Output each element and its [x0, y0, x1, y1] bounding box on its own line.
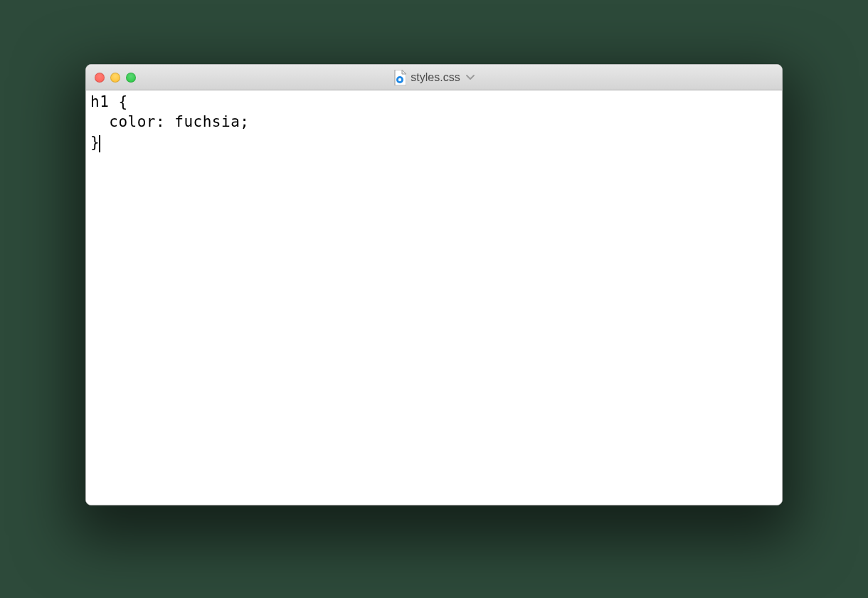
editor-window: styles.css h1 { color: fuchsia;} [85, 64, 783, 505]
code-line: h1 { [90, 92, 778, 112]
text-cursor [99, 135, 100, 152]
chevron-down-icon[interactable] [466, 73, 475, 83]
code-editor[interactable]: h1 { color: fuchsia;} [86, 90, 782, 505]
title-area: styles.css [86, 70, 782, 85]
svg-point-1 [398, 78, 401, 80]
zoom-button[interactable] [126, 73, 136, 83]
window-title[interactable]: styles.css [411, 71, 460, 84]
minimize-button[interactable] [110, 73, 120, 83]
titlebar[interactable]: styles.css [86, 65, 782, 90]
close-button[interactable] [95, 73, 105, 83]
code-line: color: fuchsia; [90, 112, 778, 132]
traffic-lights [95, 73, 136, 83]
document-file-icon[interactable] [393, 70, 406, 85]
